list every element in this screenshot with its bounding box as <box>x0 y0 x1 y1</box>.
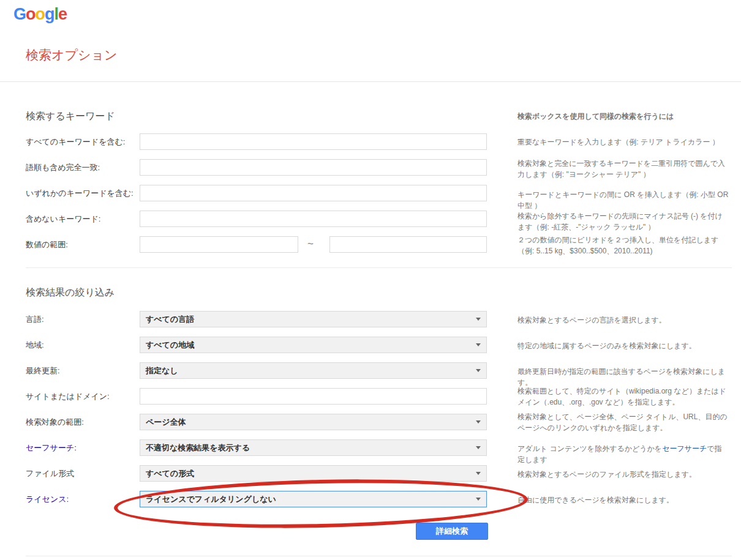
last-update-label: 最終更新: <box>26 362 60 379</box>
region-select-value: すべての地域 <box>146 340 194 349</box>
region-help: 特定の地域に属するページのみを検索対象にします。 <box>517 340 729 351</box>
number-range-to-input[interactable] <box>329 236 487 253</box>
language-select[interactable]: すべての言語 <box>140 311 487 327</box>
safesearch-select-value: 不適切な検索結果を表示する <box>146 443 250 452</box>
dropdown-arrow-icon <box>476 498 481 501</box>
range-tilde-separator: ~ <box>307 238 314 250</box>
file-type-select[interactable]: すべての形式 <box>140 465 487 482</box>
last-update-help: 最終更新日時が指定の範囲に該当するページを検索対象にします。 <box>517 366 729 388</box>
google-logo: Google <box>13 5 67 24</box>
number-range-label: 数値の範囲: <box>26 236 68 253</box>
logo-letter: o <box>36 5 45 23</box>
safesearch-select[interactable]: 不適切な検索結果を表示する <box>140 439 487 456</box>
terms-appearing-select[interactable]: ページ全体 <box>140 414 487 430</box>
file-type-help: 検索対象とするページのファイル形式を指定します。 <box>517 469 729 480</box>
safesearch-help: アダルト コンテンツを除外するかどうかをセーフサーチで指定します <box>517 443 729 465</box>
site-domain-label: サイトまたはドメイン: <box>26 388 110 405</box>
site-domain-help: 検索範囲として、特定のサイト（wikipedia.org など）またはドメイン（… <box>517 386 729 408</box>
dropdown-arrow-icon <box>476 318 481 321</box>
dropdown-arrow-icon <box>476 446 481 449</box>
license-label-link[interactable]: ライセンス: <box>26 491 69 507</box>
bottom-divider <box>26 556 732 556</box>
refine-section-heading: 検索結果の絞り込み <box>26 286 115 299</box>
all-keywords-label: すべてのキーワードを含む: <box>26 133 125 150</box>
header-divider <box>0 81 741 82</box>
language-label: 言語: <box>26 311 44 327</box>
number-range-help: ２つの数値の間にピリオドを２つ挿入し、単位を付記します（例: 5..15 kg、… <box>517 234 729 256</box>
keywords-section-heading: 検索するキーワード <box>26 110 115 123</box>
number-range-from-input[interactable] <box>140 236 298 253</box>
region-select[interactable]: すべての地域 <box>140 337 487 353</box>
logo-letter: G <box>13 5 26 23</box>
language-help: 検索対象とするページの言語を選択します。 <box>517 315 729 326</box>
advanced-search-submit-button[interactable]: 詳細検索 <box>416 523 488 540</box>
exact-phrase-label: 語順も含め完全一致: <box>26 159 100 176</box>
exact-phrase-help: 検索対象と完全に一致するキーワードを二重引用符で囲んで入力します（例: "ヨーク… <box>517 158 729 180</box>
any-keywords-label: いずれかのキーワードを含む: <box>26 185 134 201</box>
last-update-select-value: 指定なし <box>146 366 178 375</box>
language-select-value: すべての言語 <box>146 315 194 324</box>
logo-letter: e <box>58 5 67 23</box>
safesearch-label-link[interactable]: セーフサーチ: <box>26 439 77 456</box>
last-update-select[interactable]: 指定なし <box>140 362 487 379</box>
exclude-keywords-input[interactable] <box>140 211 487 227</box>
license-help: 自由に使用できるページを検索対象にします。 <box>517 495 729 506</box>
region-label: 地域: <box>26 337 44 353</box>
all-keywords-input[interactable] <box>140 133 487 150</box>
file-type-label: ファイル形式 <box>26 465 74 482</box>
section-divider <box>26 267 732 268</box>
safesearch-inline-link[interactable]: セーフサーチ <box>662 444 707 453</box>
exclude-keywords-label: 含めないキーワード: <box>26 211 100 227</box>
license-select[interactable]: ライセンスでフィルタリングしない <box>140 491 487 507</box>
any-keywords-input[interactable] <box>140 185 487 201</box>
exclude-keywords-help: 検索から除外するキーワードの先頭にマイナス記号 (-) を付けます（例: -紅茶… <box>517 211 729 233</box>
help-column-heading: 検索ボックスを使用して同様の検索を行うには <box>517 111 729 122</box>
dropdown-arrow-icon <box>476 420 481 424</box>
dropdown-arrow-icon <box>476 472 481 475</box>
license-select-value: ライセンスでフィルタリングしない <box>146 495 276 504</box>
safesearch-help-pre: アダルト コンテンツを除外するかどうかを <box>517 444 662 453</box>
logo-letter: o <box>26 5 36 23</box>
terms-appearing-help: 検索対象として、ページ全体、ページ タイトル、URL、目的のページへのリンクのい… <box>517 411 729 433</box>
exact-phrase-input[interactable] <box>140 159 487 176</box>
dropdown-arrow-icon <box>476 343 481 346</box>
file-type-select-value: すべての形式 <box>146 469 194 478</box>
site-domain-input[interactable] <box>140 388 487 405</box>
dropdown-arrow-icon <box>476 369 481 372</box>
page-title: 検索オプション <box>26 47 117 64</box>
any-keywords-help: キーワードとキーワードの間に OR を挿入します（例: 小型 OR 中型 ） <box>517 189 729 211</box>
terms-appearing-label: 検索対象の範囲: <box>26 414 84 430</box>
all-keywords-help: 重要なキーワードを入力します（例: テリア トライカラー ） <box>517 136 729 147</box>
logo-letter: g <box>45 5 55 23</box>
terms-appearing-select-value: ページ全体 <box>146 417 186 427</box>
